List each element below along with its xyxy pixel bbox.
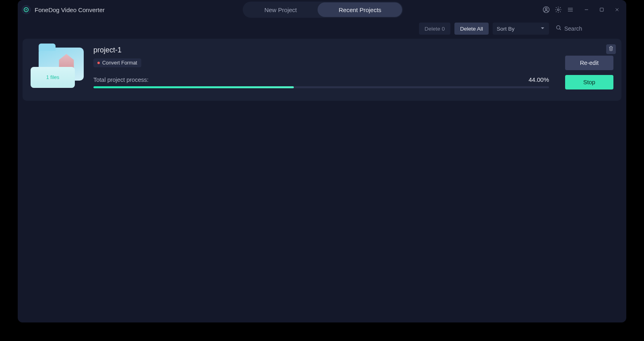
search-input[interactable]: [564, 25, 613, 32]
sort-by-dropdown[interactable]: Sort By: [493, 23, 549, 35]
stop-button[interactable]: Stop: [565, 75, 613, 89]
titlebar-action-icons: [541, 4, 576, 15]
tab-new-project[interactable]: New Project: [244, 2, 318, 17]
toolbar: Delete 0 Delete All Sort By: [18, 19, 626, 39]
svg-point-3: [557, 9, 559, 11]
content-area: 1 files project-1 Convert Format Total p…: [18, 39, 626, 101]
progress-percent: 44.00%: [528, 76, 549, 83]
status-dot-icon: [97, 62, 100, 64]
project-name: project-1: [93, 46, 549, 54]
trash-icon: [608, 46, 614, 53]
delete-all-button[interactable]: Delete All: [454, 23, 489, 35]
progress-label: Total project process:: [93, 77, 149, 83]
project-type-tag: Convert Format: [93, 58, 141, 67]
top-tabs: New Project Recent Projects: [105, 2, 541, 18]
app-title: FoneDog Video Converter: [35, 6, 105, 13]
project-actions: Re-edit Stop: [565, 56, 613, 89]
sort-by-label: Sort By: [497, 26, 514, 32]
app-logo-icon: [22, 5, 31, 14]
progress-bar: [93, 86, 549, 88]
progress-fill: [93, 86, 294, 88]
app-window: FoneDog Video Converter New Project Rece…: [18, 0, 626, 322]
minimize-icon[interactable]: [581, 4, 592, 15]
project-card: 1 files project-1 Convert Format Total p…: [23, 39, 621, 101]
tab-recent-projects[interactable]: Recent Projects: [318, 2, 402, 17]
settings-icon[interactable]: [553, 4, 564, 15]
svg-point-2: [545, 8, 547, 10]
search-icon: [555, 25, 562, 33]
reedit-button[interactable]: Re-edit: [565, 56, 613, 70]
window-controls: [581, 4, 622, 15]
account-icon[interactable]: [541, 4, 551, 15]
search-box[interactable]: [553, 23, 621, 35]
project-card-body: project-1 Convert Format Total project p…: [93, 46, 549, 89]
close-icon[interactable]: [612, 4, 622, 15]
chevron-down-icon: [540, 26, 545, 32]
delete-selected-button[interactable]: Delete 0: [419, 23, 450, 35]
menu-icon[interactable]: [565, 4, 576, 15]
svg-point-5: [557, 26, 560, 29]
project-type-label: Convert Format: [102, 60, 137, 66]
thumbnail-badge: 1 files: [31, 67, 75, 88]
svg-rect-4: [600, 8, 603, 11]
maximize-icon[interactable]: [597, 4, 607, 15]
progress-section: Total project process: 44.00%: [93, 76, 549, 88]
project-thumbnail: 1 files: [31, 48, 84, 88]
delete-project-button[interactable]: [606, 44, 616, 54]
title-bar: FoneDog Video Converter New Project Rece…: [18, 0, 626, 19]
